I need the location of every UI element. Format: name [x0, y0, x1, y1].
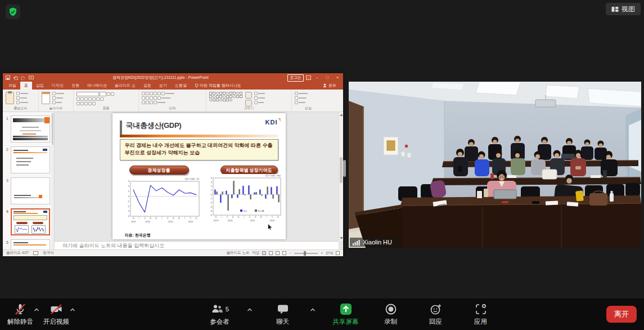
shapes-gallery[interactable]	[209, 92, 243, 101]
paragraph-commands[interactable]	[142, 92, 203, 104]
tab-design[interactable]: 디자인	[48, 82, 67, 90]
share-screen-icon	[339, 302, 353, 316]
slide-editor-canvas: 국내총생산(GDP) KDI 우리 경제는 내수 개선에도 불구하고 대외여건의…	[55, 112, 343, 249]
svg-text:I: I	[244, 216, 244, 218]
reading-view-icon[interactable]	[276, 251, 280, 255]
notes-placeholder[interactable]: 여기에 슬라이드 노트의 내용을 입력하십시오	[55, 241, 339, 249]
record-label: 录制	[384, 318, 397, 326]
slide-number: 3	[4, 177, 11, 204]
meeting-security-button[interactable]	[6, 5, 20, 19]
slide-thumbnail-2[interactable]	[11, 146, 50, 173]
chat-options-chevron[interactable]	[309, 304, 317, 315]
zoom-out-button[interactable]: −	[289, 251, 291, 255]
arrange-icon[interactable]	[245, 92, 252, 99]
editor-vertical-scrollbar[interactable]	[339, 112, 343, 241]
maximize-button[interactable]: □	[323, 74, 331, 82]
participants-button[interactable]: 5 参会者	[204, 298, 236, 330]
svg-text:III: III	[195, 217, 197, 220]
svg-text:III: III	[277, 216, 278, 218]
editing-commands[interactable]	[295, 92, 322, 104]
slide-canvas[interactable]: 국내총생산(GDP) KDI 우리 경제는 내수 개선에도 불구하고 대외여건의…	[112, 113, 286, 239]
chart-source-note: 자료: 한국은행	[125, 233, 151, 238]
thumbnail-row: 3	[4, 177, 50, 204]
svg-text:II: II	[144, 217, 145, 220]
participants-options-chevron[interactable]	[246, 304, 254, 315]
svg-text:III: III	[172, 217, 174, 220]
drawing-commands[interactable]	[209, 92, 289, 106]
zoom-in-button[interactable]: +	[321, 251, 323, 255]
status-bar-right: 슬라이드 노트 메모 − + 37%	[227, 251, 340, 256]
slideshow-view-icon[interactable]	[282, 251, 286, 255]
login-button[interactable]: 로그인	[287, 74, 304, 82]
paper	[567, 202, 578, 206]
tab-transitions[interactable]: 전환	[67, 82, 83, 90]
save-icon[interactable]	[6, 75, 10, 80]
svg-text:IV: IV	[215, 216, 217, 218]
svg-text:II: II	[167, 217, 168, 220]
slide-thumbnail-5[interactable]	[11, 239, 50, 249]
minimize-button[interactable]: –	[313, 74, 321, 82]
white-bag	[542, 170, 557, 179]
slide-thumbnail-4-selected[interactable]	[11, 208, 50, 235]
reactions-label: 回应	[429, 318, 442, 326]
tab-view[interactable]: 보기	[155, 82, 171, 90]
slide-thumbnail-1[interactable]	[11, 115, 50, 142]
paste-icon[interactable]	[6, 92, 14, 104]
spellcheck-icon[interactable]	[33, 251, 38, 255]
memo-toggle-button[interactable]: 메모	[252, 251, 259, 256]
panel-resize-handle[interactable]	[343, 160, 346, 177]
ribbon-group-clipboard: 클립보드	[3, 90, 39, 112]
view-button[interactable]: 视图	[606, 3, 641, 15]
video-options-chevron[interactable]	[69, 304, 76, 315]
share-ribbon-button[interactable]: 공유	[321, 82, 339, 90]
audio-options-chevron[interactable]	[33, 304, 40, 315]
slide-thumbnail-3[interactable]	[11, 177, 50, 204]
svg-text:-1: -1	[210, 197, 212, 200]
fit-to-window-icon[interactable]	[336, 251, 340, 255]
font-size-box[interactable]	[100, 92, 106, 96]
tell-me-box[interactable]: 어떤 작업을 원하시나요	[191, 82, 245, 90]
font-name-box[interactable]	[76, 92, 99, 96]
tab-animations[interactable]: 애니메이션	[83, 82, 111, 90]
tab-review[interactable]: 검토	[139, 82, 155, 90]
svg-text:IV: IV	[155, 217, 157, 220]
tab-file[interactable]: 파일	[4, 82, 20, 90]
notes-toggle-button[interactable]: 슬라이드 노트	[227, 251, 250, 256]
clipboard-commands[interactable]	[6, 92, 35, 104]
unmute-button[interactable]: 解除静音	[4, 298, 36, 330]
phone	[532, 201, 539, 204]
thumbnail-row: 4	[4, 208, 50, 235]
tab-help[interactable]: 도움말	[171, 82, 191, 90]
tab-insert[interactable]: 삽입	[32, 82, 48, 90]
share-person-icon	[323, 83, 327, 88]
close-button[interactable]: ×	[334, 74, 341, 82]
chat-button[interactable]: 聊天	[267, 298, 299, 330]
undo-icon[interactable]	[13, 75, 18, 80]
record-button[interactable]: 录制	[375, 298, 407, 330]
tab-home[interactable]: 홈	[20, 82, 32, 90]
slides-commands[interactable]	[42, 92, 70, 104]
svg-text:순수출: 순수출	[258, 210, 264, 212]
normal-view-icon[interactable]	[262, 251, 266, 255]
participant-video-tile[interactable]: Xiaolin HU	[349, 82, 641, 248]
start-slideshow-icon[interactable]	[29, 75, 34, 80]
start-video-button[interactable]: 开启视频	[40, 298, 72, 330]
new-slide-icon[interactable]	[42, 92, 50, 104]
slide-sorter-view-icon[interactable]	[269, 251, 273, 255]
language-indicator[interactable]: 한국어	[43, 251, 54, 256]
svg-text:3: 3	[128, 180, 129, 182]
font-commands[interactable]	[76, 92, 136, 105]
ribbon-display-options-icon[interactable]	[306, 75, 311, 80]
tab-slideshow[interactable]: 슬라이드 쇼	[111, 82, 139, 90]
thumbnail-scrollbar[interactable]	[51, 112, 54, 249]
share-screen-button[interactable]: 共享屏幕	[330, 298, 362, 330]
zoom-slider[interactable]	[294, 253, 318, 254]
ribbon-group-label: 편집	[292, 106, 325, 111]
leave-button[interactable]: 离开	[606, 306, 637, 323]
redo-icon[interactable]	[21, 75, 26, 80]
reactions-button[interactable]: 回应	[420, 298, 452, 330]
apps-button[interactable]: 应用	[465, 298, 497, 330]
toolbar-center-group: 5 参会者 聊天	[204, 298, 497, 330]
svg-text:I: I	[184, 217, 185, 220]
toolbar-left-group: 解除静音 开启视频	[4, 298, 76, 330]
